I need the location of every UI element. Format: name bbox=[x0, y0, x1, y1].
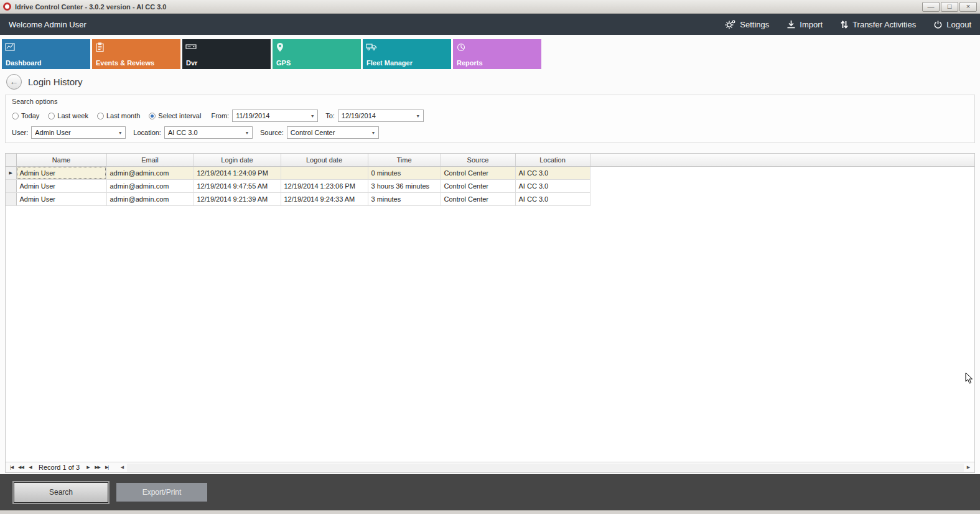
pie-chart-icon bbox=[456, 42, 466, 52]
chevron-down-icon: ▼ bbox=[307, 114, 317, 118]
table-row[interactable]: Admin User admin@admin.com 12/19/2014 9:… bbox=[6, 179, 974, 192]
column-header-logout-date[interactable]: Logout date bbox=[281, 154, 368, 166]
transfer-activities-button[interactable]: Transfer Activities bbox=[840, 19, 916, 29]
power-icon bbox=[933, 20, 943, 29]
row-indicator-icon: ▶ bbox=[6, 166, 16, 179]
radio-select-interval-label: Select interval bbox=[158, 112, 201, 119]
cell-logout-date[interactable]: 12/19/2014 9:24:33 AM bbox=[281, 192, 368, 205]
radio-select-interval[interactable]: Select interval bbox=[149, 112, 201, 119]
search-options-panel: Search options Today Last week Last mont… bbox=[5, 95, 975, 143]
window-bottom-edge bbox=[0, 510, 980, 514]
tile-dashboard-label: Dashboard bbox=[6, 59, 41, 67]
cell-time[interactable]: 0 minutes bbox=[368, 166, 441, 179]
cell-logout-date[interactable]: 12/19/2014 1:23:06 PM bbox=[281, 179, 368, 192]
row-indicator-header bbox=[6, 154, 16, 166]
user-combo[interactable]: Admin User ▼ bbox=[31, 126, 126, 139]
cell-email[interactable]: admin@admin.com bbox=[106, 166, 194, 179]
app-logo-icon bbox=[3, 2, 11, 11]
scroll-left-icon[interactable]: ◀ bbox=[118, 465, 127, 470]
close-button[interactable]: × bbox=[959, 2, 977, 12]
source-label: Source: bbox=[260, 129, 284, 136]
from-label: From: bbox=[211, 112, 229, 119]
nav-last-button[interactable]: ▶| bbox=[102, 463, 111, 472]
radio-select-interval-dot bbox=[149, 113, 156, 119]
location-label: Location: bbox=[133, 129, 161, 136]
radio-today[interactable]: Today bbox=[12, 112, 39, 119]
export-print-button[interactable]: Export/Print bbox=[116, 483, 207, 502]
nav-first-button[interactable]: |◀ bbox=[7, 463, 16, 472]
nav-next-button[interactable]: ▶ bbox=[83, 463, 93, 472]
cell-name[interactable]: Admin User bbox=[16, 192, 106, 205]
table-row[interactable]: Admin User admin@admin.com 12/19/2014 9:… bbox=[6, 192, 974, 205]
search-button[interactable]: Search bbox=[14, 482, 108, 503]
cell-email[interactable]: admin@admin.com bbox=[106, 192, 194, 205]
maximize-button[interactable]: □ bbox=[941, 2, 958, 12]
from-date-combo[interactable]: 11/19/2014 ▼ bbox=[232, 110, 318, 122]
tile-dashboard[interactable]: Dashboard bbox=[2, 39, 90, 69]
column-header-location[interactable]: Location bbox=[515, 154, 590, 166]
tile-dvr[interactable]: Dvr bbox=[182, 39, 271, 69]
column-header-email[interactable]: Email bbox=[106, 154, 194, 166]
cell-location[interactable]: AI CC 3.0 bbox=[515, 179, 590, 192]
radio-last-month[interactable]: Last month bbox=[97, 112, 140, 119]
interval-row: Today Last week Last month Select interv… bbox=[12, 110, 968, 122]
cell-source[interactable]: Control Center bbox=[441, 166, 515, 179]
import-label: Import bbox=[800, 20, 823, 29]
column-header-name[interactable]: Name bbox=[16, 154, 106, 166]
login-history-grid: Name Email Login date Logout date Time S… bbox=[5, 153, 975, 473]
tile-events-reviews[interactable]: Events & Reviews bbox=[92, 39, 180, 69]
logout-button[interactable]: Logout bbox=[933, 19, 971, 29]
column-header-source[interactable]: Source bbox=[441, 154, 515, 166]
cell-source[interactable]: Control Center bbox=[441, 179, 515, 192]
user-value: Admin User bbox=[35, 129, 70, 136]
scroll-right-icon[interactable]: ▶ bbox=[964, 465, 973, 470]
nav-prev-button[interactable]: ◀ bbox=[26, 463, 35, 472]
logout-label: Logout bbox=[946, 20, 971, 29]
minimize-button[interactable]: — bbox=[922, 2, 940, 12]
cell-login-date[interactable]: 12/19/2014 9:21:39 AM bbox=[194, 192, 281, 205]
radio-last-month-dot bbox=[97, 113, 104, 119]
truck-icon bbox=[366, 42, 377, 51]
tile-gps[interactable]: GPS bbox=[273, 39, 361, 69]
radio-last-week[interactable]: Last week bbox=[48, 112, 88, 119]
tile-reports[interactable]: Reports bbox=[453, 39, 541, 69]
source-combo[interactable]: Control Center ▼ bbox=[287, 126, 379, 139]
radio-last-month-label: Last month bbox=[106, 112, 140, 119]
nav-next-page-button[interactable]: ▶▶ bbox=[93, 463, 102, 472]
to-date-value: 12/19/2014 bbox=[342, 112, 376, 119]
settings-label: Settings bbox=[740, 20, 769, 29]
table-row[interactable]: ▶ Admin User admin@admin.com 12/19/2014 … bbox=[6, 166, 974, 179]
location-value: AI CC 3.0 bbox=[168, 129, 198, 136]
filters-row: User: Admin User ▼ Location: AI CC 3.0 ▼… bbox=[12, 126, 968, 139]
cell-logout-date[interactable] bbox=[281, 166, 368, 179]
to-date-combo[interactable]: 12/19/2014 ▼ bbox=[338, 110, 424, 122]
window-titlebar: Idrive Control Center - 3.0.2 version - … bbox=[0, 0, 980, 14]
settings-button[interactable]: Settings bbox=[725, 19, 769, 29]
from-date-value: 11/19/2014 bbox=[236, 112, 269, 119]
cell-login-date[interactable]: 12/19/2014 1:24:09 PM bbox=[194, 166, 281, 179]
cell-time[interactable]: 3 minutes bbox=[368, 192, 441, 205]
import-button[interactable]: Import bbox=[786, 19, 823, 29]
location-combo[interactable]: AI CC 3.0 ▼ bbox=[164, 126, 253, 139]
back-button[interactable]: ← bbox=[6, 74, 22, 90]
cell-location[interactable]: AI CC 3.0 bbox=[515, 166, 590, 179]
nav-prev-page-button[interactable]: ◀◀ bbox=[16, 463, 26, 472]
cell-time[interactable]: 3 hours 36 minutes bbox=[368, 179, 441, 192]
search-options-label: Search options bbox=[12, 98, 968, 105]
page-header: ← Login History bbox=[0, 70, 980, 93]
horizontal-scrollbar[interactable]: ◀ ▶ bbox=[118, 463, 973, 472]
tile-fleet-manager[interactable]: Fleet Manager bbox=[363, 39, 451, 69]
window-title: Idrive Control Center - 3.0.2 version - … bbox=[15, 3, 167, 11]
tile-reports-label: Reports bbox=[457, 59, 483, 67]
cell-login-date[interactable]: 12/19/2014 9:47:55 AM bbox=[194, 179, 281, 192]
cell-source[interactable]: Control Center bbox=[441, 192, 515, 205]
cell-name[interactable]: Admin User bbox=[16, 179, 106, 192]
window-controls: — □ × bbox=[922, 2, 977, 12]
column-header-time[interactable]: Time bbox=[368, 154, 441, 166]
scrollbar-track[interactable] bbox=[127, 464, 964, 472]
dvr-box-icon bbox=[185, 42, 197, 51]
column-header-login-date[interactable]: Login date bbox=[194, 154, 281, 166]
cell-name[interactable]: Admin User bbox=[16, 166, 106, 179]
cell-location[interactable]: AI CC 3.0 bbox=[515, 192, 590, 205]
cell-email[interactable]: admin@admin.com bbox=[106, 179, 194, 192]
